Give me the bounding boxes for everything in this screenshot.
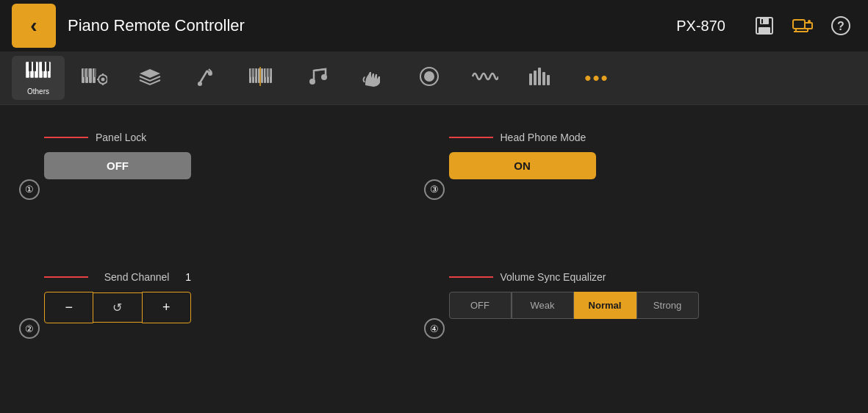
- content-area: ① Panel Lock OFF ③ Head Phone Mode ON ② …: [0, 105, 868, 413]
- svg-rect-58: [529, 73, 532, 85]
- device-name: PX-870: [676, 18, 725, 35]
- svg-point-38: [208, 71, 212, 76]
- tone-icon: [25, 60, 51, 85]
- connect-button[interactable]: [787, 10, 818, 41]
- toolbar: Others: [0, 51, 868, 105]
- app-title: Piano Remote Controller: [68, 16, 664, 35]
- tone-settings-icon: [81, 66, 107, 90]
- stepper-plus-button[interactable]: +: [142, 292, 191, 323]
- send-channel-section: ② Send Channel 1 − ↺ +: [29, 259, 434, 399]
- toolbar-item-split[interactable]: [235, 56, 288, 100]
- svg-rect-61: [542, 72, 545, 85]
- save-button[interactable]: [749, 10, 780, 41]
- svg-point-9: [808, 20, 811, 23]
- song-icon: [306, 66, 329, 90]
- svg-rect-48: [251, 68, 253, 77]
- headphone-mode-section: ③ Head Phone Mode ON: [434, 120, 839, 259]
- svg-rect-5: [805, 23, 812, 29]
- svg-text:?: ?: [837, 20, 844, 32]
- toolbar-item-tone-label: Others: [27, 87, 49, 96]
- svg-point-30: [101, 77, 105, 81]
- eq-option-off[interactable]: OFF: [449, 292, 512, 319]
- svg-rect-1: [760, 18, 769, 24]
- panel-lock-label: Panel Lock: [44, 132, 420, 143]
- stepper-reset-button[interactable]: ↺: [93, 292, 141, 323]
- connect-icon: [792, 15, 814, 36]
- record-icon: [418, 65, 440, 91]
- help-icon: ?: [831, 15, 851, 36]
- svg-rect-2: [758, 27, 770, 34]
- header: ‹ Piano Remote Controller PX-870: [0, 0, 868, 51]
- panel-lock-toggle[interactable]: OFF: [44, 152, 191, 179]
- eq-options: OFFWeakNormalStrong: [449, 292, 699, 319]
- toolbar-item-effects[interactable]: [459, 56, 512, 100]
- chord-icon: [361, 66, 386, 90]
- svg-rect-24: [89, 68, 92, 83]
- toolbar-item-tone[interactable]: Others: [12, 56, 65, 100]
- svg-rect-20: [42, 62, 45, 71]
- toolbar-item-tone-settings[interactable]: [68, 56, 121, 100]
- header-icons: ?: [749, 10, 856, 41]
- more-icon: •••: [584, 68, 609, 87]
- headphone-label: Head Phone Mode: [449, 132, 825, 143]
- toolbar-item-record[interactable]: [403, 56, 456, 100]
- toolbar-item-layer[interactable]: [123, 56, 176, 100]
- stepper-minus-button[interactable]: −: [44, 292, 93, 323]
- svg-rect-28: [94, 68, 96, 77]
- panel-lock-section: ① Panel Lock OFF: [29, 120, 434, 259]
- svg-rect-44: [261, 68, 263, 83]
- headphone-toggle[interactable]: ON: [449, 152, 596, 179]
- svg-rect-51: [268, 68, 270, 77]
- panel-lock-callout: ①: [19, 179, 40, 200]
- svg-line-55: [314, 69, 326, 71]
- eq-icon: [528, 66, 553, 90]
- svg-rect-59: [534, 71, 537, 85]
- svg-rect-60: [538, 68, 541, 85]
- svg-rect-27: [87, 68, 89, 77]
- toolbar-item-song[interactable]: [291, 56, 344, 100]
- toolbar-item-more[interactable]: •••: [570, 56, 623, 100]
- svg-point-53: [309, 79, 315, 85]
- back-button[interactable]: ‹: [12, 4, 56, 48]
- svg-point-57: [424, 71, 434, 82]
- svg-rect-18: [29, 62, 32, 71]
- send-channel-label: Send Channel 1: [44, 271, 191, 283]
- svg-rect-26: [83, 68, 85, 77]
- toolbar-item-eq[interactable]: [514, 56, 567, 100]
- headphone-callout: ③: [424, 179, 445, 200]
- send-channel-value: 1: [185, 271, 191, 283]
- eq-option-weak[interactable]: Weak: [512, 292, 574, 319]
- svg-rect-62: [547, 75, 550, 85]
- send-channel-stepper: − ↺ +: [44, 292, 191, 323]
- svg-rect-49: [254, 68, 256, 77]
- back-icon: ‹: [30, 14, 37, 37]
- toolbar-item-style[interactable]: [179, 56, 232, 100]
- save-icon: [754, 15, 775, 36]
- svg-rect-50: [265, 68, 268, 77]
- toolbar-item-chord[interactable]: [347, 56, 400, 100]
- eq-callout: ④: [424, 318, 445, 339]
- svg-point-54: [321, 74, 327, 80]
- svg-rect-21: [46, 62, 49, 71]
- eq-option-strong[interactable]: Strong: [636, 292, 699, 319]
- split-icon: [248, 66, 275, 90]
- help-button[interactable]: ?: [825, 10, 856, 41]
- svg-rect-4: [793, 20, 805, 29]
- send-channel-callout: ②: [19, 318, 40, 339]
- svg-rect-19: [33, 62, 36, 71]
- svg-point-39: [198, 82, 202, 86]
- layer-icon: [138, 66, 162, 90]
- eq-option-normal[interactable]: Normal: [574, 292, 636, 319]
- eq-label: Volume Sync Equalizer: [449, 271, 825, 283]
- style-icon: [194, 66, 218, 90]
- volume-sync-eq-section: ④ Volume Sync Equalizer OFFWeakNormalStr…: [434, 259, 839, 399]
- effects-icon: [472, 66, 498, 90]
- svg-rect-3: [761, 19, 763, 24]
